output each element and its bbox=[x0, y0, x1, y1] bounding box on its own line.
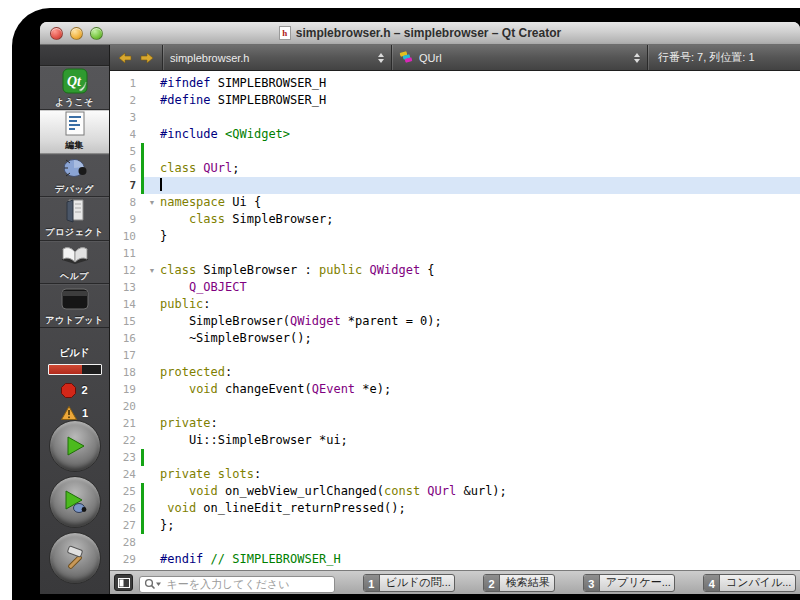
fold-column bbox=[144, 449, 160, 466]
back-button[interactable] bbox=[118, 52, 132, 64]
fold-column bbox=[144, 109, 160, 126]
build-button[interactable] bbox=[49, 532, 101, 584]
sidebar-item-welcome[interactable]: Qt ようこそ bbox=[40, 66, 109, 110]
output-pane-build-issues[interactable]: 1 ビルドの問... bbox=[363, 574, 455, 592]
line-content bbox=[144, 449, 800, 466]
combo-updown-icon bbox=[378, 53, 384, 63]
output-pane-label: コンパイル... bbox=[720, 575, 795, 590]
fold-column bbox=[144, 432, 160, 449]
code-line: 25 void on_webView_urlChanged(const QUrl… bbox=[110, 483, 800, 500]
sidebar-item-output[interactable]: アウトプット bbox=[40, 284, 109, 328]
fold-column bbox=[144, 296, 160, 313]
status-bar: 1 ビルドの問... 2 検索結果 3 アプリケー... 4 コンパイル... bbox=[110, 570, 800, 594]
close-button[interactable] bbox=[50, 27, 63, 40]
output-pane-application[interactable]: 3 アプリケー... bbox=[583, 574, 675, 592]
line-number: 23 bbox=[110, 449, 140, 466]
title-wrap: h simplebrowser.h – simplebrowser – Qt C… bbox=[279, 26, 561, 40]
code-text: #endif // SIMPLEBROWSER_H bbox=[160, 551, 341, 568]
line-content bbox=[144, 245, 800, 262]
output-pane-label: ビルドの問... bbox=[380, 575, 455, 590]
code-text: class QUrl; bbox=[160, 160, 240, 177]
line-number: 4 bbox=[110, 126, 140, 143]
run-debug-button[interactable] bbox=[49, 476, 101, 528]
main-row: Qt ようこそ 編集 デバッグ bbox=[40, 45, 800, 594]
line-number: 21 bbox=[110, 415, 140, 432]
sidebar-item-edit[interactable]: 編集 bbox=[40, 110, 109, 154]
fold-column bbox=[144, 330, 160, 347]
code-line: 10} bbox=[110, 228, 800, 245]
code-text: #ifndef SIMPLEBROWSER_H bbox=[160, 75, 326, 92]
forward-button[interactable] bbox=[140, 52, 154, 64]
warning-count: 1 bbox=[82, 407, 88, 419]
code-line: 16 ~SimpleBrowser(); bbox=[110, 330, 800, 347]
sidebar-item-debug[interactable]: デバッグ bbox=[40, 154, 109, 198]
line-content bbox=[144, 143, 800, 160]
output-pane-number: 4 bbox=[704, 575, 719, 591]
symbol-combo[interactable]: QUrl bbox=[392, 45, 647, 70]
build-hammer-icon bbox=[62, 545, 88, 571]
sidebar-item-help[interactable]: ヘルプ bbox=[40, 241, 109, 285]
locator-field bbox=[139, 574, 335, 591]
fold-column bbox=[144, 92, 160, 109]
code-line: 20 bbox=[110, 398, 800, 415]
line-content: void on_lineEdit_returnPressed(); bbox=[144, 500, 800, 517]
run-button[interactable] bbox=[49, 420, 101, 472]
fold-column bbox=[144, 534, 160, 551]
error-indicator[interactable]: 2 bbox=[61, 383, 87, 398]
code-line: 9 class SimpleBrowser; bbox=[110, 211, 800, 228]
line-content: ▼namespace Ui { bbox=[144, 194, 800, 211]
line-number: 8 bbox=[110, 194, 140, 211]
panel-toggle-icon bbox=[118, 578, 130, 588]
line-content: void changeEvent(QEvent *e); bbox=[144, 381, 800, 398]
code-text: void changeEvent(QEvent *e); bbox=[160, 381, 391, 398]
line-number: 29 bbox=[110, 551, 140, 568]
search-icon bbox=[144, 576, 162, 594]
line-content bbox=[144, 177, 800, 194]
line-content: void on_webView_urlChanged(const QUrl &u… bbox=[144, 483, 800, 500]
code-line: 29#endif // SIMPLEBROWSER_H bbox=[110, 551, 800, 568]
line-content bbox=[144, 398, 800, 415]
zoom-button[interactable] bbox=[90, 27, 103, 40]
output-pane-compile[interactable]: 4 コンパイル... bbox=[703, 574, 796, 592]
qt-creator-window: h simplebrowser.h – simplebrowser – Qt C… bbox=[40, 22, 800, 594]
fold-column bbox=[144, 466, 160, 483]
sidebar-item-projects[interactable]: プロジェクト bbox=[40, 197, 109, 241]
sidebar-item-label: アウトプット bbox=[45, 314, 103, 327]
line-content: class QUrl; bbox=[144, 160, 800, 177]
fold-column bbox=[144, 313, 160, 330]
document-proxy-icon[interactable]: h bbox=[279, 26, 291, 40]
line-content: } bbox=[144, 228, 800, 245]
code-text: #include <QWidget> bbox=[160, 126, 290, 143]
code-text: class SimpleBrowser; bbox=[160, 211, 333, 228]
code-text bbox=[160, 177, 162, 194]
code-line: 3 bbox=[110, 109, 800, 126]
code-lines: 1#ifndef SIMPLEBROWSER_H2#define SIMPLEB… bbox=[110, 75, 800, 568]
line-content bbox=[144, 347, 800, 364]
minimize-button[interactable] bbox=[70, 27, 83, 40]
line-number: 10 bbox=[110, 228, 140, 245]
fold-marker-icon[interactable]: ▼ bbox=[144, 194, 160, 211]
sidebar-toggle-button[interactable] bbox=[114, 574, 133, 591]
locator-input[interactable] bbox=[139, 576, 335, 593]
code-text: } bbox=[160, 228, 167, 245]
line-number: 27 bbox=[110, 517, 140, 534]
fold-column bbox=[144, 211, 160, 228]
traffic-lights bbox=[50, 22, 103, 44]
nav-group bbox=[110, 45, 162, 70]
fold-marker-icon[interactable]: ▼ bbox=[144, 262, 160, 279]
warning-triangle-icon bbox=[61, 406, 77, 420]
code-line: 5 bbox=[110, 143, 800, 160]
line-content: private slots: bbox=[144, 466, 800, 483]
open-document-combo[interactable]: simplebrowser.h bbox=[163, 45, 391, 70]
line-number: 28 bbox=[110, 534, 140, 551]
sidebar-item-label: デバッグ bbox=[55, 183, 94, 196]
code-text: public: bbox=[160, 296, 211, 313]
fold-column bbox=[144, 551, 160, 568]
warning-indicator[interactable]: 1 bbox=[61, 406, 88, 420]
code-line: 19 void changeEvent(QEvent *e); bbox=[110, 381, 800, 398]
code-line: 22 Ui::SimpleBrowser *ui; bbox=[110, 432, 800, 449]
output-pane-search-results[interactable]: 2 検索結果 bbox=[483, 574, 555, 592]
fold-column bbox=[144, 415, 160, 432]
code-editor[interactable]: 1#ifndef SIMPLEBROWSER_H2#define SIMPLEB… bbox=[110, 71, 800, 570]
fold-column bbox=[144, 364, 160, 381]
